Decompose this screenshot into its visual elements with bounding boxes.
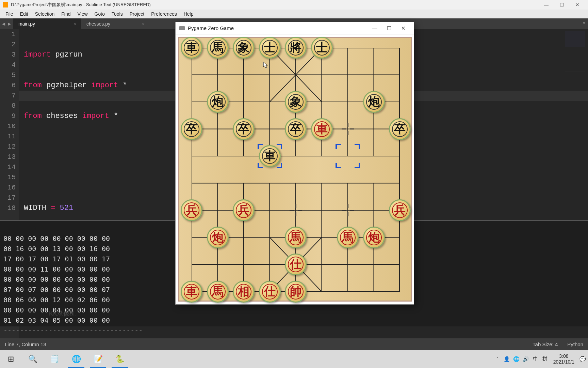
chess-piece[interactable]: 炮 [207, 227, 229, 248]
menu-preferences[interactable]: Preferences [148, 11, 179, 17]
tray-overflow-icon[interactable]: ˄ [493, 356, 502, 362]
chess-piece[interactable]: 炮 [363, 227, 385, 248]
menu-help[interactable]: Help [181, 11, 196, 17]
menu-view[interactable]: View [75, 11, 91, 17]
chess-piece[interactable]: 將 [285, 37, 307, 59]
chess-piece[interactable]: 炮 [363, 91, 385, 113]
tab-close-icon[interactable]: × [74, 21, 77, 27]
window-title: D:\PygameProject\中国象棋\main.py - Sublime … [11, 2, 151, 8]
task-chrome[interactable]: 🌐 [65, 350, 87, 368]
task-sticky-notes[interactable]: 🗒️ [44, 350, 65, 368]
chess-piece[interactable]: 卒 [233, 118, 255, 140]
windows-taskbar[interactable]: ⊞ 🔍 🗒️ 🌐 📝 🐍 ˄ 👤 🌐 🔊 中 拼 3:08 2021/10/1 … [0, 350, 588, 368]
tab-overflow-icon[interactable]: ▾ [583, 20, 585, 26]
menu-goto[interactable]: Goto [92, 11, 108, 17]
pygame-window[interactable]: Pygame Zero Game — ☐ ✕ [175, 22, 414, 305]
chess-piece[interactable]: 車 [311, 118, 333, 140]
pygame-title: Pygame Zero Game [188, 25, 234, 31]
chess-piece[interactable]: 車 [181, 281, 202, 303]
mouse-cursor-icon [263, 62, 268, 68]
tray-clock[interactable]: 3:08 2021/10/1 [551, 353, 577, 365]
chess-piece[interactable]: 卒 [285, 118, 307, 140]
console-line: 00 00 00 11 00 00 00 00 00 [3, 265, 110, 273]
search-button[interactable]: 🔍 [22, 350, 44, 368]
chess-piece[interactable]: 帥 [285, 281, 307, 303]
tray-notifications-icon[interactable]: 💬 [578, 356, 587, 362]
console-line: 07 00 07 00 00 00 00 00 07 [3, 286, 110, 294]
recorder-watermark: KK录像机 [49, 309, 76, 318]
menu-project[interactable]: Project [127, 11, 147, 17]
tray-ime-mode[interactable]: 拼 [541, 356, 549, 362]
tab-nav-fwd-icon[interactable]: ▶ [8, 21, 11, 26]
console-line: 00 06 00 00 12 00 02 06 00 [3, 296, 110, 304]
pygame-titlebar[interactable]: Pygame Zero Game — ☐ ✕ [176, 22, 414, 34]
tab-label: main.py [18, 21, 35, 27]
chess-piece[interactable]: 兵 [233, 199, 255, 221]
position-marker-icon [290, 204, 302, 216]
status-tab-size[interactable]: Tab Size: 4 [533, 341, 558, 347]
minimize-button[interactable]: — [538, 0, 554, 10]
console-line: 00 00 00 00 00 00 00 00 00 [3, 275, 110, 283]
selection-marker [336, 144, 360, 168]
chess-piece[interactable]: 馬 [207, 37, 229, 59]
chess-board[interactable]: 車馬象士將士炮象炮卒卒卒卒車車兵兵兵炮馬馬炮仕車馬相仕帥 [178, 37, 412, 302]
chess-piece[interactable]: 相 [233, 281, 255, 303]
sublime-titlebar[interactable]: D:\PygameProject\中国象棋\main.py - Sublime … [0, 0, 588, 10]
position-marker-icon [342, 204, 354, 216]
console-line: 00 00 00 00 00 00 00 00 00 [3, 234, 110, 243]
tray-time: 3:08 [553, 353, 574, 359]
selection-marker [258, 144, 282, 168]
menu-selection[interactable]: Selection [32, 11, 58, 17]
console-line: 17 00 17 00 17 01 00 00 17 [3, 255, 110, 263]
pygame-close-button[interactable]: ✕ [396, 25, 410, 31]
chess-piece[interactable]: 兵 [389, 199, 411, 221]
tray-ime-lang[interactable]: 中 [532, 356, 540, 362]
statusbar: Line 7, Column 13 Tab Size: 4 Python [0, 338, 588, 350]
chess-piece[interactable]: 仕 [259, 281, 281, 303]
status-cursor-pos[interactable]: Line 7, Column 13 [5, 341, 46, 347]
sublime-logo-icon [3, 2, 8, 7]
console-line: 00 16 00 00 13 00 00 16 00 [3, 245, 110, 253]
menubar: File Edit Selection Find View Goto Tools… [0, 10, 588, 18]
pygame-maximize-button[interactable]: ☐ [382, 25, 396, 31]
chess-piece[interactable]: 馬 [337, 227, 359, 248]
chess-piece[interactable]: 仕 [285, 254, 307, 275]
tray-network-icon[interactable]: 🌐 [512, 356, 521, 362]
status-language[interactable]: Python [567, 341, 583, 347]
menu-tools[interactable]: Tools [109, 11, 126, 17]
tab-nav-back-icon[interactable]: ◀ [2, 21, 5, 26]
maximize-button[interactable]: ☐ [554, 0, 570, 10]
tab-close-icon[interactable]: × [142, 21, 145, 27]
chess-piece[interactable]: 兵 [181, 199, 202, 221]
pygame-minimize-button[interactable]: — [368, 25, 382, 31]
chess-piece[interactable]: 馬 [207, 281, 229, 303]
menu-find[interactable]: Find [59, 11, 73, 17]
chess-piece[interactable]: 象 [233, 37, 255, 59]
chess-piece[interactable]: 士 [311, 37, 333, 59]
menu-file[interactable]: File [3, 11, 16, 17]
close-button[interactable]: ✕ [570, 0, 585, 10]
console-line: ---------------------------------- [3, 326, 143, 335]
start-button[interactable]: ⊞ [0, 350, 22, 368]
chess-piece[interactable]: 卒 [389, 118, 411, 140]
tab-main-py[interactable]: main.py × [13, 18, 81, 29]
task-pygame[interactable]: 🐍 [109, 350, 131, 368]
tab-chesses-py[interactable]: chesses.py × [81, 18, 149, 29]
menu-edit[interactable]: Edit [17, 11, 31, 17]
chess-piece[interactable]: 象 [285, 91, 307, 113]
chess-piece[interactable]: 卒 [181, 118, 202, 140]
position-marker-icon [342, 123, 354, 135]
tray-date: 2021/10/1 [553, 359, 574, 365]
system-tray: ˄ 👤 🌐 🔊 中 拼 3:08 2021/10/1 💬 [493, 350, 588, 368]
chess-piece[interactable]: 車 [181, 37, 202, 59]
pygame-icon [179, 26, 185, 30]
tray-people-icon[interactable]: 👤 [503, 356, 511, 362]
chess-piece[interactable]: 炮 [207, 91, 229, 113]
tray-volume-icon[interactable]: 🔊 [522, 356, 530, 362]
tab-label: chesses.py [86, 21, 110, 27]
minimap[interactable] [565, 31, 585, 72]
chess-piece[interactable]: 馬 [285, 227, 307, 248]
task-sublime[interactable]: 📝 [87, 350, 109, 368]
chess-piece[interactable]: 士 [259, 37, 281, 59]
